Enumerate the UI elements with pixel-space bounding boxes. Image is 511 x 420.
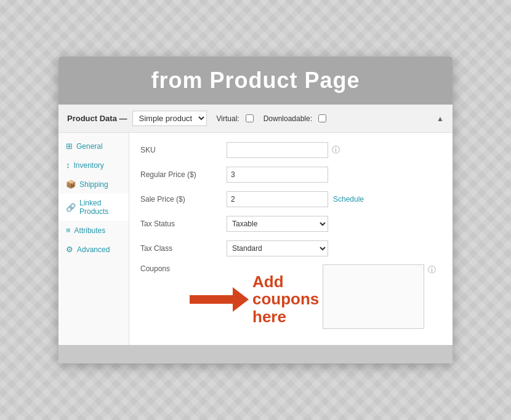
tax-status-select[interactable]: Taxable [227,216,328,232]
sale-price-label: Sale Price ($) [140,195,227,204]
advanced-icon: ⚙ [66,245,73,254]
product-data-label: Product Data — [67,114,127,123]
tax-status-label: Tax Status [140,220,227,228]
sidebar-item-inventory[interactable]: ↕ Inventory [58,156,129,175]
tax-class-label: Tax Class [140,244,227,253]
coupons-row: Coupons Addcouponshere ⓘ [140,264,441,329]
regular-price-label: Regular Price ($) [140,170,227,179]
general-icon: ⊞ [66,141,73,151]
sidebar-item-general[interactable]: ⊞ General [58,137,129,156]
tax-status-row: Tax Status Taxable [140,215,441,232]
coupons-label: Coupons [140,264,227,273]
product-body: ⊞ General ↕ Inventory 📦 Shipping 🔗 Linke… [58,133,453,345]
sidebar-item-attributes[interactable]: ≡ Attributes [58,221,129,240]
sidebar-label-linked-products: Linked Products [79,199,120,216]
annotation-arrow [190,287,249,312]
sku-label: SKU [140,146,227,154]
tax-class-row: Tax Class Standard [140,240,441,257]
sale-price-row: Sale Price ($) Schedule [140,191,441,208]
sidebar-label-shipping: Shipping [79,180,108,189]
coupons-box[interactable] [323,264,424,329]
linked-products-icon: 🔗 [66,203,76,212]
sidebar-label-attributes: Attributes [74,226,106,235]
sku-input[interactable] [227,142,328,158]
inventory-icon: ↕ [66,160,70,170]
coupons-help-icon[interactable]: ⓘ [428,264,436,275]
sidebar-label-inventory: Inventory [74,161,104,170]
virtual-checkbox[interactable] [246,114,254,122]
shipping-icon: 📦 [66,180,76,189]
arrow-body [190,295,233,304]
tax-class-select[interactable]: Standard [227,240,328,256]
regular-price-row: Regular Price ($) [140,166,441,183]
schedule-link[interactable]: Schedule [333,195,364,204]
sidebar-item-shipping[interactable]: 📦 Shipping [58,175,129,194]
page-title: from Product Page [73,68,438,93]
sku-row: SKU ⓘ [140,141,441,159]
product-data-bar: Product Data — Simple product Virtual: D… [58,105,453,133]
sidebar-label-advanced: Advanced [77,245,110,254]
virtual-label: Virtual: [217,114,239,123]
main-content: SKU ⓘ Regular Price ($) Sale Price ($) S… [129,133,453,345]
downloadable-label: Downloadable: [264,114,312,123]
card-header: from Product Page [58,57,453,105]
card-footer [58,345,453,363]
annotation-text: Addcouponshere [252,273,319,326]
sidebar: ⊞ General ↕ Inventory 📦 Shipping 🔗 Linke… [58,133,129,345]
sidebar-item-linked-products[interactable]: 🔗 Linked Products [58,194,129,221]
attributes-icon: ≡ [66,226,71,235]
product-type-select[interactable]: Simple product [132,111,207,126]
sale-price-input[interactable] [227,191,328,207]
sku-help-icon[interactable]: ⓘ [332,145,340,156]
sidebar-item-advanced[interactable]: ⚙ Advanced [58,240,129,259]
downloadable-checkbox[interactable] [318,114,326,122]
sidebar-label-general: General [76,142,103,151]
collapse-icon[interactable]: ▲ [437,114,444,123]
main-card: from Product Page Product Data — Simple … [58,57,453,363]
arrow-head [233,287,249,312]
regular-price-input[interactable] [227,167,328,183]
